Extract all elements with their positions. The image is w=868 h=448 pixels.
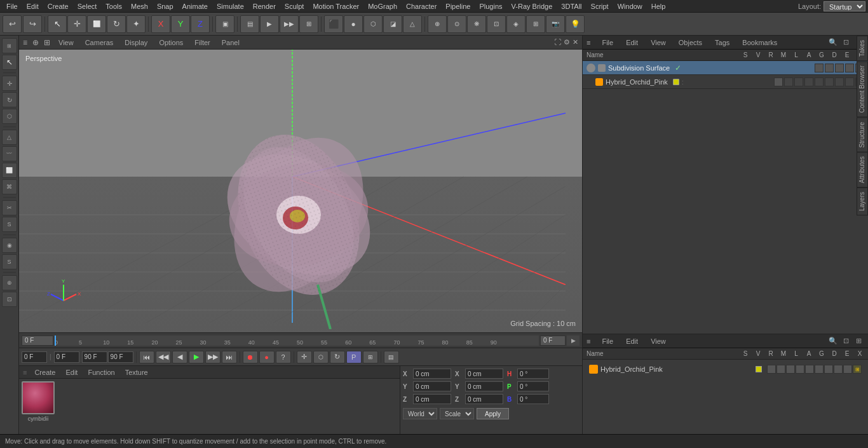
render-to-po[interactable]: ▶▶ xyxy=(280,15,299,33)
menu-plugins[interactable]: Plugins xyxy=(475,1,506,11)
transform-tool[interactable]: ✦ xyxy=(126,15,146,33)
y-pos-field[interactable] xyxy=(413,381,451,391)
attr-expand-icon[interactable]: ⊞ xyxy=(853,336,864,347)
tool-mode-btn[interactable]: ⊞ xyxy=(2,38,17,53)
attr-menu-icon[interactable]: ≡ xyxy=(587,337,590,345)
attr-g-btn[interactable] xyxy=(824,365,833,374)
tool-poly-btn[interactable]: △ xyxy=(2,130,17,145)
current-frame-field2[interactable] xyxy=(54,351,79,363)
tool-sculpt-btn[interactable]: ◉ xyxy=(2,238,17,253)
mat-create-btn[interactable]: Create xyxy=(32,369,58,376)
mat-texture-btn[interactable]: Texture xyxy=(123,369,151,376)
render-region[interactable]: ▤ xyxy=(240,15,259,33)
grid-btn[interactable]: ⊞ xyxy=(526,15,545,33)
timeline-track[interactable]: 0 5 10 15 20 25 30 35 40 45 50 55 60 65 xyxy=(55,336,539,346)
auto-key-btn[interactable]: ● xyxy=(259,351,275,363)
render-active[interactable]: ▶ xyxy=(260,15,279,33)
subdiv-s-icon[interactable] xyxy=(815,64,824,72)
orchid-icon3[interactable] xyxy=(794,78,803,86)
plane-view[interactable]: ◪ xyxy=(383,15,402,33)
subdiv-m-icon[interactable] xyxy=(845,64,854,72)
attr-l-btn[interactable] xyxy=(805,365,814,374)
move-tool[interactable]: ✛ xyxy=(67,15,86,33)
tool-deform-btn[interactable]: ⌘ xyxy=(2,179,17,194)
b-field[interactable] xyxy=(517,394,549,404)
x-pos-field[interactable] xyxy=(413,369,451,379)
clone-btn[interactable]: ❋ xyxy=(467,15,486,33)
menu-pipeline[interactable]: Pipeline xyxy=(442,1,474,11)
y-size-field[interactable] xyxy=(465,381,503,391)
redo-button[interactable]: ↪ xyxy=(23,15,42,33)
menu-motion-tracker[interactable]: Motion Tracker xyxy=(309,1,363,11)
apply-button[interactable]: Apply xyxy=(477,408,509,419)
tool-extra-btn[interactable]: ⊕ xyxy=(2,275,17,290)
attr-r-btn[interactable] xyxy=(786,365,795,374)
obj-mgr-objects-tab[interactable]: Objects xyxy=(675,37,706,48)
orchid-icon7[interactable] xyxy=(835,78,844,86)
key-btn[interactable]: ? xyxy=(276,351,291,363)
obj-mgr-menu-icon[interactable]: ≡ xyxy=(587,39,590,46)
viewport-3d[interactable]: Perspective X Z Y Grid Spacing : 10 cm xyxy=(19,50,582,332)
symmetry-btn[interactable]: ◈ xyxy=(506,15,526,33)
viewport-panel-btn[interactable]: Panel xyxy=(219,38,243,47)
select-tool[interactable]: ↖ xyxy=(48,15,67,33)
obj-mgr-filter-icon[interactable]: ⊡ xyxy=(840,37,851,48)
obj-mgr-bookmarks-tab[interactable]: Bookmarks xyxy=(738,37,781,48)
render-small-btn[interactable]: ▤ xyxy=(384,351,399,363)
menu-snap[interactable]: Snap xyxy=(153,1,177,11)
goto-start-btn[interactable]: ⏮ xyxy=(139,351,154,363)
side-tab-content-browser[interactable]: Content Browser xyxy=(857,61,868,117)
tool-rotate-btn[interactable]: ↻ xyxy=(2,92,17,107)
z-size-field[interactable] xyxy=(465,394,503,404)
attr-d-btn[interactable] xyxy=(834,365,843,374)
viewport-view-btn[interactable]: View xyxy=(55,38,77,47)
attr-x-btn[interactable]: ⊞ xyxy=(853,365,862,374)
material-thumb[interactable] xyxy=(22,381,55,414)
step-forward-btn[interactable]: ▶▶ xyxy=(205,351,220,363)
attr-v-btn[interactable] xyxy=(776,365,785,374)
attr-orchid-dot[interactable] xyxy=(756,366,762,372)
viewport-cameras-btn[interactable]: Cameras xyxy=(82,38,117,47)
cylinder-view[interactable]: ⬡ xyxy=(363,15,383,33)
viewport-menu-icon[interactable]: ≡ xyxy=(23,38,27,47)
attr-m-btn[interactable] xyxy=(796,365,804,374)
orchid-color-dot[interactable] xyxy=(673,79,679,85)
obj-mgr-view-tab[interactable]: View xyxy=(647,37,670,48)
y-axis-btn[interactable]: Y xyxy=(171,15,190,33)
boole-btn[interactable]: ⊕ xyxy=(428,15,447,33)
rotate-key-btn[interactable]: ↻ xyxy=(330,351,345,363)
tool-spline-btn[interactable]: 〰 xyxy=(2,146,17,161)
menu-character[interactable]: Character xyxy=(402,1,440,11)
point-key-btn[interactable]: ⊞ xyxy=(363,351,378,363)
cone-view[interactable]: △ xyxy=(403,15,422,33)
attr-file-tab[interactable]: File xyxy=(598,336,617,346)
h-field[interactable] xyxy=(517,369,549,379)
add-to-render[interactable]: ⊞ xyxy=(299,15,318,33)
object-list[interactable]: Subdivision Surface ✓ Hybri xyxy=(583,61,868,334)
viewport-settings-icon[interactable]: ⚙ xyxy=(564,38,570,46)
attr-obj-row-orchid[interactable]: Hybrid_Orchid_Pink ⊞ xyxy=(587,362,864,376)
orchid-icon6[interactable] xyxy=(825,78,834,86)
camera-btn[interactable]: 📷 xyxy=(546,15,565,33)
menu-select[interactable]: Select xyxy=(74,1,101,11)
tool-paint-btn[interactable]: S xyxy=(2,217,17,232)
coord-system-select[interactable]: World xyxy=(403,408,437,419)
side-tab-takes[interactable]: Takes xyxy=(857,36,868,61)
subdiv-v-icon[interactable] xyxy=(825,64,834,72)
menu-vray[interactable]: V-Ray Bridge xyxy=(508,1,557,11)
attr-e-btn[interactable] xyxy=(843,365,852,374)
orchid-icon8[interactable] xyxy=(845,78,854,86)
attr-filter-icon[interactable]: ⊡ xyxy=(840,336,851,347)
move-key-btn[interactable]: ✛ xyxy=(297,351,312,363)
obj-row-orchid[interactable]: Hybrid_Orchid_Pink : xyxy=(583,75,868,89)
viewport-close-icon[interactable]: ✕ xyxy=(573,38,578,46)
obj-mgr-tags-tab[interactable]: Tags xyxy=(711,37,733,48)
tool-move-btn[interactable]: ✛ xyxy=(2,76,17,91)
orchid-icon5[interactable] xyxy=(815,78,824,86)
attr-s-btn[interactable] xyxy=(767,365,776,374)
menu-script[interactable]: Script xyxy=(587,1,613,11)
obj-row-subdiv[interactable]: Subdivision Surface ✓ xyxy=(583,61,868,75)
attr-view-tab[interactable]: View xyxy=(647,336,670,346)
viewport-options-btn[interactable]: Options xyxy=(156,38,186,47)
menu-animate[interactable]: Animate xyxy=(179,1,212,11)
